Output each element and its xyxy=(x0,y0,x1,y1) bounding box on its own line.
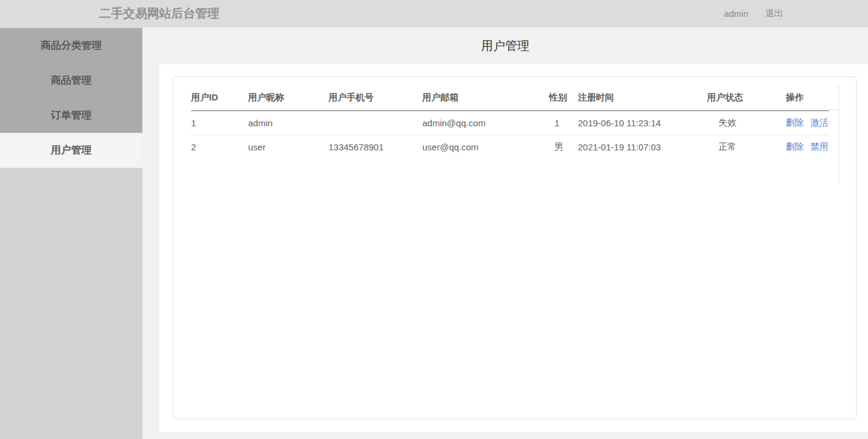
table-card: 用户ID用户昵称用户手机号用户邮箱性别注册时间用户状态操作 1adminadmi… xyxy=(172,76,857,419)
cell-reg_time: 2019-06-10 11:23:14 xyxy=(578,111,707,135)
cell-phone: 13345678901 xyxy=(329,135,422,159)
sidebar-item[interactable]: 订单管理 xyxy=(0,98,142,133)
header-gutter-line xyxy=(829,85,839,110)
topbar: 二手交易网站后台管理 admin 退出 xyxy=(0,0,868,27)
main-content: 用户管理 用户ID用户昵称用户手机号用户邮箱性别注册时间用户状态操作 1admi… xyxy=(142,27,868,439)
cell-email: user@qq.com xyxy=(422,135,549,159)
user-table: 用户ID用户昵称用户手机号用户邮箱性别注册时间用户状态操作 1adminadmi… xyxy=(191,85,829,159)
action-link[interactable]: 激活 xyxy=(810,117,828,127)
cell-actions: 删除禁用 xyxy=(786,135,829,159)
table-right-divider xyxy=(839,85,839,185)
action-link[interactable]: 删除 xyxy=(786,117,804,127)
column-header-phone: 用户手机号 xyxy=(329,85,422,111)
cell-gender: 男 xyxy=(549,135,578,159)
cell-nickname: user xyxy=(248,135,329,159)
topbar-right: admin 退出 xyxy=(724,8,868,19)
app-title: 二手交易网站后台管理 xyxy=(0,5,219,22)
column-header-nickname: 用户昵称 xyxy=(248,85,329,111)
column-header-reg_time: 注册时间 xyxy=(578,85,707,111)
cell-actions: 删除激活 xyxy=(786,111,829,135)
cell-status: 失效 xyxy=(707,111,786,135)
sidebar-item-active[interactable]: 用户管理 xyxy=(0,133,142,168)
table-body: 1adminadmin@qq.com12019-06-10 11:23:14失效… xyxy=(191,111,829,159)
table-row: 1adminadmin@qq.com12019-06-10 11:23:14失效… xyxy=(191,111,829,135)
sidebar-menu: 商品分类管理商品管理订单管理用户管理 xyxy=(0,28,142,168)
user-table-wrap: 用户ID用户昵称用户手机号用户邮箱性别注册时间用户状态操作 1adminadmi… xyxy=(191,85,839,159)
cell-status: 正常 xyxy=(707,135,786,159)
column-header-gender: 性别 xyxy=(549,85,578,111)
sidebar: 商品分类管理商品管理订单管理用户管理 xyxy=(0,27,142,439)
column-header-status: 用户状态 xyxy=(707,85,786,111)
table-header-row: 用户ID用户昵称用户手机号用户邮箱性别注册时间用户状态操作 xyxy=(191,85,829,111)
content-panel: 用户ID用户昵称用户手机号用户邮箱性别注册时间用户状态操作 1adminadmi… xyxy=(159,64,868,432)
cell-phone xyxy=(329,111,422,135)
table-row: 2user13345678901user@qq.com男2021-01-19 1… xyxy=(191,135,829,159)
cell-nickname: admin xyxy=(248,111,329,135)
cell-reg_time: 2021-01-19 11:07:03 xyxy=(578,135,707,159)
column-header-actions: 操作 xyxy=(786,85,829,111)
cell-gender: 1 xyxy=(549,111,578,135)
action-link[interactable]: 删除 xyxy=(786,141,804,152)
column-header-email: 用户邮箱 xyxy=(422,85,549,111)
action-link[interactable]: 禁用 xyxy=(810,141,828,152)
page-title: 用户管理 xyxy=(142,27,868,64)
username-label: admin xyxy=(724,8,748,19)
cell-email: admin@qq.com xyxy=(422,111,549,135)
logout-link[interactable]: 退出 xyxy=(765,8,783,19)
column-header-id: 用户ID xyxy=(191,85,248,111)
cell-id: 1 xyxy=(191,111,248,135)
cell-id: 2 xyxy=(191,135,248,159)
sidebar-item[interactable]: 商品分类管理 xyxy=(0,28,142,63)
sidebar-item[interactable]: 商品管理 xyxy=(0,63,142,98)
